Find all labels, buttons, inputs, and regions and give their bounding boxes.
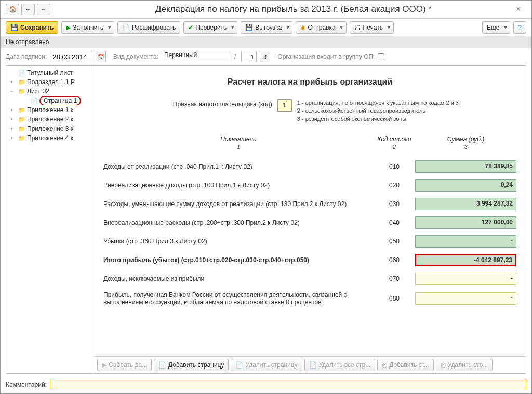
col-header-2: Код строки (374, 135, 415, 143)
table-row: Внереализационные доходы (стр .100 Прил.… (103, 176, 516, 195)
check-icon: ✔ (188, 24, 193, 31)
org-checkbox[interactable] (378, 53, 384, 60)
print-icon: 🖨 (354, 24, 361, 31)
taxpayer-label: Признак налогоплательщика (код) (103, 99, 272, 108)
disk-icon: 💾 (10, 24, 18, 31)
tree-item[interactable]: +📁Приложение 1 к (7, 105, 92, 115)
legend-1: 1 - организация, не относящаяся к указан… (297, 99, 516, 107)
doc-title: Расчет налога на прибыль организаций (103, 77, 516, 87)
doctype-label: Вид документа: (113, 53, 158, 60)
table-row: Итого прибыль (убыток) (стр.010+стр.020-… (103, 251, 516, 269)
status-text: Не отправлено (1, 36, 531, 48)
chevron-down-icon: ▼ (286, 25, 290, 30)
tree-item[interactable]: −📁Лист 02 (7, 87, 92, 96)
value-cell[interactable]: - (415, 273, 516, 285)
legend-2: 2 - сельскохозяйственный товаропроизводи… (297, 107, 516, 115)
del-page-button: 📄Удалить страницу (231, 359, 302, 371)
date-picker-icon[interactable]: 📅 (96, 51, 106, 62)
tree-item[interactable]: 📄Страница 1 (7, 96, 92, 105)
doctype-select[interactable]: Первичный (162, 51, 229, 62)
home-button[interactable]: 🏠 (6, 4, 19, 15)
upload-icon: 💾 (245, 24, 253, 31)
decode-button[interactable]: 📄 Расшифровать (117, 21, 180, 34)
date-input[interactable] (50, 51, 92, 62)
play-icon: ▶ (66, 24, 71, 31)
add-page-button[interactable]: 📄Добавить страницу (154, 359, 229, 371)
value-cell[interactable]: 0,24 (415, 179, 516, 192)
table-row: Доходы от реализации (стр .040 Прил.1 к … (103, 157, 516, 176)
window-title: Декларация по налогу на прибыль за 2013 … (71, 4, 516, 15)
print-button[interactable]: 🖨 Печать ▼ (350, 21, 394, 34)
value-cell[interactable]: -4 042 897,23 (415, 254, 516, 266)
more-button[interactable]: Еще ▼ (482, 21, 510, 34)
page-icon: 📄 (122, 24, 130, 31)
check-button[interactable]: ✔ Проверить ▼ (183, 21, 237, 34)
chevron-down-icon: ▼ (387, 25, 391, 30)
table-row: Внереализационные расходы (стр .200+стр … (103, 213, 516, 232)
close-icon[interactable]: × (516, 5, 526, 14)
page-input[interactable] (241, 51, 257, 62)
taxpayer-code[interactable]: 1 (277, 99, 292, 112)
del-all-button: 📄Удалить все стр... (304, 359, 376, 371)
send-button[interactable]: ◉ Отправка ▼ (296, 21, 346, 34)
fill-button[interactable]: ▶ Заполнить ▼ (61, 21, 114, 34)
save-button[interactable]: 💾 Сохранить (6, 21, 58, 34)
nav-tree: 📄Титульный лист+📁Подраздел 1.1 Р−📁Лист 0… (6, 65, 94, 374)
table-row: Убытки (стр .360 Прил.3 к Листу 02) 050 … (103, 232, 516, 251)
del-str-button: ◎Удалить стр... (436, 359, 493, 371)
chevron-down-icon: ▼ (230, 25, 235, 30)
value-cell[interactable]: 3 994 287,32 (415, 198, 516, 210)
send-icon: ◉ (300, 24, 305, 31)
value-cell[interactable]: 127 000,00 (415, 216, 516, 229)
tree-item[interactable]: +📁Приложение 2 к (7, 115, 92, 124)
tree-item[interactable]: +📁Подраздел 1.1 Р (7, 77, 92, 87)
org-label: Организация входит в группу ОП: (277, 53, 375, 60)
back-button[interactable]: ← (21, 4, 35, 15)
chevron-down-icon: ▼ (107, 25, 112, 30)
chevron-down-icon: ▼ (503, 25, 508, 30)
stepper-icon[interactable]: ⇵ (260, 51, 270, 62)
tree-item[interactable]: +📁Приложение 3 к (7, 124, 92, 133)
table-row: Прибыль, полученная Банком России от осу… (103, 288, 516, 309)
col-header-3: Сумма (руб.) (415, 135, 516, 143)
table-row: Расходы, уменьшающие сумму доходов от ре… (103, 195, 516, 213)
col-header-1: Показатели (103, 135, 374, 143)
value-cell[interactable]: - (415, 235, 516, 248)
tree-item[interactable]: 📄Титульный лист (7, 68, 92, 77)
collect-button: ▶Собрать да... (97, 359, 152, 371)
add-icon: 📄 (158, 361, 166, 369)
tree-item[interactable]: +📁Приложение 4 к (7, 133, 92, 143)
legend-3: 3 - резидент особой экономической зоны (297, 115, 516, 123)
help-button[interactable]: ? (513, 21, 526, 34)
add-str-button: ◎Добавить ст... (377, 359, 434, 371)
forward-button[interactable]: → (37, 4, 50, 15)
upload-button[interactable]: 💾 Выгрузка ▼ (241, 21, 292, 34)
comment-input[interactable] (50, 379, 526, 390)
table-row: Доходы, исключаемые из прибыли 070 - (103, 269, 516, 288)
comment-label: Комментарий: (6, 381, 47, 388)
value-cell[interactable]: 78 389,85 (415, 160, 516, 173)
chevron-down-icon: ▼ (339, 25, 344, 30)
value-cell[interactable]: - (415, 292, 516, 305)
date-label: Дата подписи: (6, 53, 47, 60)
